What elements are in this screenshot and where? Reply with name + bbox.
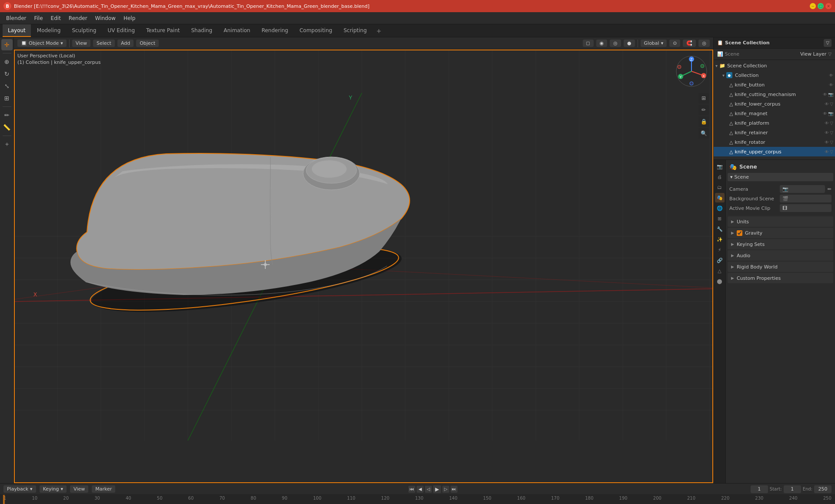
- render-props-icon[interactable]: 📷: [715, 162, 725, 171]
- rigid-body-world-section-header[interactable]: ▶ Rigid Body World: [728, 262, 833, 272]
- marker-menu[interactable]: Marker: [92, 485, 115, 493]
- outliner-item-retainer[interactable]: △ knife_retainer 👁 ▽: [714, 128, 835, 137]
- pivot-selector[interactable]: ⊙: [669, 40, 680, 47]
- scene-section-header[interactable]: ▾ Scene: [728, 173, 833, 181]
- end-frame-input[interactable]: 250: [814, 485, 832, 493]
- viewport-shading-solid[interactable]: ◉: [596, 40, 608, 47]
- material-props-icon[interactable]: ⬤: [715, 276, 725, 286]
- global-transform-selector[interactable]: Global ▾: [641, 40, 667, 47]
- object-menu[interactable]: Object: [136, 40, 159, 47]
- zoom-in[interactable]: 🔍: [698, 128, 709, 139]
- physics-props-icon[interactable]: ⚡: [715, 245, 725, 255]
- scene-props-icon[interactable]: 🎭: [715, 193, 725, 202]
- tab-layout[interactable]: Layout: [3, 24, 31, 37]
- scale-tool[interactable]: ⤡: [1, 80, 13, 92]
- units-section-header[interactable]: ▶ Units: [728, 216, 833, 227]
- camera-value[interactable]: 📷: [780, 185, 825, 193]
- outliner-item-cutting-mechanism[interactable]: △ knife_cutting_mechanism 👁 📷: [714, 90, 835, 99]
- viewport-shading-material[interactable]: ◎: [610, 40, 621, 47]
- annotate-tool[interactable]: ✏: [1, 109, 13, 121]
- filter-icon[interactable]: ▽: [828, 52, 832, 56]
- next-keyframe-button[interactable]: ▷: [442, 486, 449, 493]
- add-tool[interactable]: ＋: [1, 139, 13, 150]
- cursor-tool[interactable]: ✛: [1, 39, 13, 50]
- viewport-shading-render[interactable]: ●: [624, 40, 635, 47]
- timeline-track[interactable]: 1 10 20 30 40 50 60 70 80 90 100 110 120…: [0, 495, 835, 504]
- annotations-toggle[interactable]: ✏: [698, 105, 709, 115]
- particles-props-icon[interactable]: ✨: [715, 235, 725, 244]
- tab-compositing[interactable]: Compositing: [294, 24, 337, 37]
- constraint-props-icon[interactable]: 🔗: [715, 255, 725, 265]
- tab-animation[interactable]: Animation: [218, 24, 255, 37]
- timeline-view-menu[interactable]: View: [70, 485, 88, 493]
- jump-end-button[interactable]: ⏭: [451, 486, 458, 493]
- start-frame-input[interactable]: 1: [784, 485, 801, 493]
- add-workspace-button[interactable]: +: [373, 24, 385, 37]
- measure-tool[interactable]: 📏: [1, 122, 13, 133]
- menu-render[interactable]: Render: [65, 14, 91, 23]
- rotate-tool[interactable]: ↻: [1, 68, 13, 80]
- custom-properties-section-header[interactable]: ▶ Custom Properties: [728, 273, 833, 283]
- play-back-button[interactable]: ◁: [425, 486, 432, 493]
- frame-num-100: 100: [313, 496, 321, 501]
- modifier-props-icon[interactable]: 🔧: [715, 224, 725, 234]
- data-props-icon[interactable]: △: [715, 266, 725, 275]
- outliner-filter[interactable]: ▽: [824, 39, 832, 47]
- outliner-item-upper-corpus[interactable]: △ knife_upper_corpus 👁 ▽: [714, 147, 835, 156]
- viewport-canvas[interactable]: X Y User Perspective (Local) (1) Collect…: [14, 50, 713, 483]
- output-props-icon[interactable]: 🖨: [715, 172, 725, 182]
- outliner-item-collection[interactable]: ▾ ● Collection 👁: [714, 70, 835, 80]
- outliner-item-platform[interactable]: △ knife_platform 👁 ▽: [714, 118, 835, 128]
- nav-gizmo[interactable]: Z X Y: [674, 54, 709, 89]
- prev-keyframe-button[interactable]: ◀: [417, 486, 424, 493]
- properties-content[interactable]: 🎭 Scene ▾ Scene Camera 📷 ✏: [726, 160, 835, 483]
- tab-scripting[interactable]: Scripting: [338, 24, 372, 37]
- audio-section-header[interactable]: ▶ Audio: [728, 250, 833, 261]
- keying-menu[interactable]: Keying ▾: [40, 485, 67, 493]
- jump-start-button[interactable]: ⏮: [408, 486, 415, 493]
- active-clip-value[interactable]: 🎞: [780, 204, 832, 212]
- menu-edit[interactable]: Edit: [47, 14, 64, 23]
- menu-help[interactable]: Help: [120, 14, 139, 23]
- view-menu-icon[interactable]: ⊞: [698, 93, 709, 103]
- outliner-item-magnet[interactable]: △ knife_magnet 👁 📷: [714, 109, 835, 118]
- transform-tool[interactable]: ⊞: [1, 93, 13, 104]
- tab-shading[interactable]: Shading: [186, 24, 217, 37]
- view-lock[interactable]: 🔒: [698, 116, 709, 127]
- tab-rendering[interactable]: Rendering: [256, 24, 293, 37]
- current-frame-input[interactable]: 1: [751, 485, 768, 493]
- close-button[interactable]: ×: [825, 3, 832, 9]
- outliner-item-scene-collection[interactable]: ▾ 📁 Scene Collection: [714, 61, 835, 70]
- object-mode-selector[interactable]: 🔲 Object Mode ▾: [17, 40, 67, 47]
- snap-toggle[interactable]: 🧲: [683, 40, 696, 47]
- gravity-checkbox[interactable]: [737, 230, 742, 236]
- tab-modeling[interactable]: Modeling: [32, 24, 66, 37]
- minimize-button[interactable]: −: [810, 3, 816, 9]
- tab-texture-paint[interactable]: Texture Paint: [141, 24, 185, 37]
- outliner-item-knife-button[interactable]: △ knife_button 👁: [714, 80, 835, 90]
- gravity-section-header[interactable]: ▶ Gravity: [728, 228, 833, 238]
- viewport-shading-wire[interactable]: ◻: [583, 40, 594, 47]
- add-menu[interactable]: Add: [117, 40, 134, 47]
- view-menu[interactable]: View: [72, 40, 90, 47]
- outliner-item-rotator[interactable]: △ knife_rotator 👁 ▽: [714, 137, 835, 147]
- view-layer-props-icon[interactable]: 🗂: [715, 182, 725, 192]
- frame-num-120: 120: [381, 496, 389, 501]
- object-props-icon[interactable]: ⊞: [715, 214, 725, 223]
- menu-blender[interactable]: Blender: [3, 14, 30, 23]
- playback-menu[interactable]: Playback ▾: [3, 485, 36, 493]
- outliner-item-lower-corpus[interactable]: △ knife_lower_corpus 👁 ▽: [714, 99, 835, 109]
- select-menu[interactable]: Select: [93, 40, 115, 47]
- play-button[interactable]: ▶: [433, 485, 441, 493]
- camera-edit-icon[interactable]: ✏: [828, 186, 832, 192]
- maximize-button[interactable]: □: [818, 3, 824, 9]
- move-tool[interactable]: ⊕: [1, 56, 13, 67]
- world-props-icon[interactable]: 🌐: [715, 203, 725, 213]
- menu-window[interactable]: Window: [92, 14, 119, 23]
- keying-sets-section-header[interactable]: ▶ Keying Sets: [728, 239, 833, 249]
- tab-uv-editing[interactable]: UV Editing: [102, 24, 140, 37]
- menu-file[interactable]: File: [31, 14, 47, 23]
- proportional-toggle[interactable]: ◎: [698, 40, 710, 47]
- tab-sculpting[interactable]: Sculpting: [67, 24, 101, 37]
- bg-scene-value[interactable]: 🎬: [780, 195, 832, 202]
